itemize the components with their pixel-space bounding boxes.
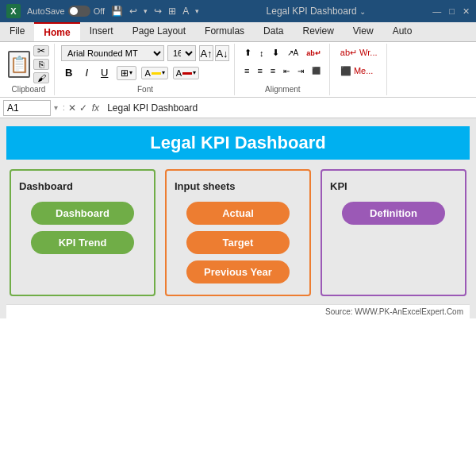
tab-file[interactable]: File <box>0 22 34 41</box>
font-family-select[interactable]: Arial Rounded MT <box>61 45 164 61</box>
font-group: Arial Rounded MT 16 A↑ A↓ B I U ⊞ ▾ A ▾ <box>56 44 235 95</box>
dashboard-title-bar: Legal KPI Dashboard <box>6 126 470 160</box>
ribbon-content: 📋 ✂ ⎘ 🖌 Clipboard Arial Rounded MT 16 A↑ <box>0 42 476 98</box>
paste-area: 📋 <box>8 51 30 78</box>
redo-icon[interactable]: ↪ <box>154 6 162 17</box>
wrap-text-button2[interactable]: ab↵ Wr... <box>337 45 381 60</box>
toolbar-dropdown-icon[interactable]: ▾ <box>195 7 199 15</box>
align-right-button[interactable]: ≡ <box>267 64 278 78</box>
definition-button[interactable]: Definition <box>342 202 445 225</box>
alignment-group: ⬆ ↕ ⬇ ↗A ab↵ ≡ ≡ ≡ ⇤ ⇥ ⬛ Alignment <box>236 44 330 95</box>
autosave-toggle[interactable] <box>68 6 90 17</box>
formula-sep2: : <box>63 103 65 112</box>
window-title: Legal KPI Dashboard ⌄ <box>205 6 426 17</box>
copy-button[interactable]: ⎘ <box>33 59 49 70</box>
tab-home[interactable]: Home <box>34 22 79 41</box>
toggle-state-label: Off <box>94 6 105 16</box>
undo-icon[interactable]: ↩ <box>129 6 137 17</box>
font-color-icon[interactable]: A <box>182 6 189 17</box>
kpi-trend-button[interactable]: KPI Trend <box>31 231 134 254</box>
formula-bar: A1 ▾ : ✕ ✓ fx <box>0 98 476 118</box>
formula-sep1: ▾ <box>54 103 58 112</box>
wrap-label <box>358 83 360 94</box>
target-button[interactable]: Target <box>186 231 290 254</box>
previous-year-button[interactable]: Previous Year <box>186 260 290 284</box>
font-row2: B I U ⊞ ▾ A ▾ A ▾ <box>61 65 199 80</box>
align-center-button[interactable]: ≡ <box>254 64 265 78</box>
title-bar: X AutoSave Off 💾 ↩ ▾ ↪ ⊞ A ▾ Legal KPI D… <box>0 0 476 22</box>
tab-data[interactable]: Data <box>254 22 293 41</box>
clipboard-content: 📋 ✂ ⎘ 🖌 <box>8 45 49 83</box>
confirm-formula-icon[interactable]: ✓ <box>79 102 87 114</box>
font-size-select[interactable]: 16 <box>167 45 196 61</box>
tab-page-layout[interactable]: Page Layout <box>123 22 195 41</box>
cancel-formula-icon[interactable]: ✕ <box>68 102 76 114</box>
bottom-align-row: ≡ ≡ ≡ ⇤ ⇥ ⬛ <box>241 64 324 78</box>
autosave-area: AutoSave Off <box>27 6 105 17</box>
merge-button[interactable]: ⬛ <box>309 64 324 78</box>
fx-label: fx <box>92 102 99 114</box>
alignment-content: ⬆ ↕ ⬇ ↗A ab↵ ≡ ≡ ≡ ⇤ ⇥ ⬛ <box>241 45 324 83</box>
fill-color-button[interactable]: A ▾ <box>141 67 167 79</box>
tab-formulas[interactable]: Formulas <box>195 22 254 41</box>
dashboard-card: Dashboard Dashboard KPI Trend <box>10 169 155 296</box>
kpi-card: KPI Definition <box>321 169 466 296</box>
dashboard-button[interactable]: Dashboard <box>31 202 134 225</box>
tab-review[interactable]: Review <box>293 22 343 41</box>
small-clipboard-buttons: ✂ ⎘ 🖌 <box>33 45 49 83</box>
source-text: Source: WWW.PK-AnExcelExpert.Com <box>325 307 463 316</box>
cell-reference-box[interactable]: A1 <box>3 100 51 116</box>
format-painter-button[interactable]: 🖌 <box>33 72 49 83</box>
font-row1: Arial Rounded MT 16 A↑ A↓ <box>61 45 229 61</box>
formula-input[interactable] <box>104 102 473 114</box>
orientation-button[interactable]: ↗A <box>284 45 302 60</box>
font-size-buttons: A↑ A↓ <box>199 45 229 61</box>
cards-row: Dashboard Dashboard KPI Trend Input shee… <box>6 169 470 296</box>
tab-insert[interactable]: Insert <box>80 22 123 41</box>
toggle-thumb <box>70 7 78 15</box>
input-sheets-card: Input sheets Actual Target Previous Year <box>165 169 311 296</box>
paste-button[interactable]: 📋 <box>8 51 30 78</box>
align-left-button[interactable]: ≡ <box>241 64 252 78</box>
increase-font-button[interactable]: A↑ <box>199 45 213 61</box>
bold-button[interactable]: B <box>61 65 76 80</box>
align-middle-button[interactable]: ↕ <box>256 45 267 60</box>
wrap-merge-group: ab↵ Wr... ⬛ Me... <box>332 44 387 95</box>
excel-icon: X <box>6 4 21 18</box>
excel-sheet: Legal KPI Dashboard Dashboard Dashboard … <box>0 118 476 318</box>
merge-cells-button[interactable]: ⬛ Me... <box>337 64 377 79</box>
formula-check-icons: ✕ ✓ <box>68 102 87 114</box>
decrease-indent-button[interactable]: ⇤ <box>280 64 293 78</box>
autosave-label: AutoSave <box>27 6 65 16</box>
source-bar: Source: WWW.PK-AnExcelExpert.Com <box>6 304 470 318</box>
grid-icon[interactable]: ⊞ <box>168 6 176 17</box>
clipboard-label: Clipboard <box>12 83 46 94</box>
align-bottom-button[interactable]: ⬇ <box>269 45 282 60</box>
italic-button[interactable]: I <box>81 65 92 80</box>
underline-button[interactable]: U <box>97 65 112 80</box>
borders-button[interactable]: ⊞ ▾ <box>117 66 136 80</box>
font-content: Arial Rounded MT 16 A↑ A↓ B I U ⊞ ▾ A ▾ <box>61 45 229 83</box>
input-sheets-card-title: Input sheets <box>175 180 236 192</box>
alignment-label: Alignment <box>265 83 300 94</box>
dashboard-title: Legal KPI Dashboard <box>150 133 325 152</box>
clipboard-group: 📋 ✂ ⎘ 🖌 Clipboard <box>3 44 55 95</box>
decrease-font-button[interactable]: A↓ <box>215 45 229 61</box>
dashboard-card-title: Dashboard <box>19 180 73 192</box>
window-controls: — □ ✕ <box>432 6 470 17</box>
tab-view[interactable]: View <box>344 22 383 41</box>
top-align-row: ⬆ ↕ ⬇ ↗A ab↵ <box>241 45 324 60</box>
ribbon-tabs: File Home Insert Page Layout Formulas Da… <box>0 22 476 42</box>
font-color-button[interactable]: A ▾ <box>173 67 199 79</box>
save-icon[interactable]: 💾 <box>111 6 123 17</box>
cut-button[interactable]: ✂ <box>33 45 49 56</box>
actual-button[interactable]: Actual <box>186 202 290 225</box>
undo-dropdown-icon[interactable]: ▾ <box>144 7 148 15</box>
font-label: Font <box>137 83 153 94</box>
wrap-content: ab↵ Wr... ⬛ Me... <box>337 45 381 83</box>
kpi-card-title: KPI <box>330 180 347 192</box>
tab-auto[interactable]: Auto <box>383 22 422 41</box>
wrap-text-button[interactable]: ab↵ <box>303 45 324 60</box>
increase-indent-button[interactable]: ⇥ <box>294 64 307 78</box>
align-top-button[interactable]: ⬆ <box>241 45 255 60</box>
